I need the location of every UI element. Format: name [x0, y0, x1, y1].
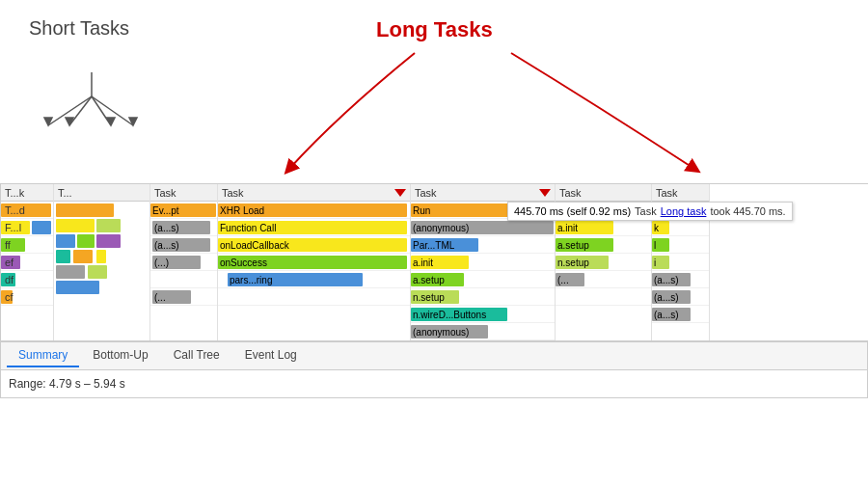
row5-2: Par...TML — [411, 236, 555, 254]
short-tasks-label: Short Tasks — [29, 17, 129, 40]
flame-mini — [56, 203, 114, 217]
as1-bar: (a...s) — [652, 273, 691, 286]
row4-5 — [218, 288, 410, 306]
flame-mini — [56, 250, 70, 263]
red-triangle-1 — [394, 189, 406, 197]
col-t: T... — [54, 184, 150, 340]
svg-line-2 — [69, 96, 92, 125]
row5-6: n.wireD...Buttons — [411, 306, 555, 323]
flame-mini — [96, 250, 106, 263]
xhr-load-bar: XHR Load — [218, 203, 407, 217]
row4-1: Function Call — [218, 219, 410, 236]
col3-label: Task — [154, 187, 176, 199]
profiler-panel: T...k T...d F...l ff — [0, 183, 868, 398]
l-bar: l — [652, 238, 669, 252]
row6-2: a.setup — [556, 236, 651, 254]
col1-row-2: ff — [1, 236, 53, 254]
flame-mini — [96, 234, 121, 248]
onload-bar: onLoadCallback — [218, 238, 407, 252]
row6-4: (... — [556, 271, 651, 288]
svg-marker-7 — [107, 118, 115, 125]
col5-label: Task — [415, 187, 437, 199]
flame-mini — [88, 265, 107, 279]
tooltip-time: 445.70 ms (self 0.92 ms) — [514, 205, 631, 217]
col5-header: Task — [411, 184, 555, 202]
col1-row-5: cf — [1, 288, 53, 306]
k-bar: k — [652, 221, 669, 234]
paren-bar: (... — [556, 273, 584, 286]
tab-call-tree[interactable]: Call Tree — [162, 344, 231, 367]
tooltip-took: took 445.70 ms. — [710, 205, 785, 217]
col1-row-0: T...d — [1, 202, 53, 219]
flame-bar: (a...s) — [152, 238, 210, 252]
col-task1: Task Ev...pt (a...s) (a...s) — [150, 184, 218, 340]
row7-4: (a...s) — [652, 271, 709, 288]
function-call-bar: Function Call — [218, 221, 407, 234]
flame-bar — [32, 221, 51, 234]
row5-1: (anonymous) — [411, 219, 555, 236]
nwired-bar: n.wireD...Buttons — [411, 308, 507, 321]
flame-mini — [77, 234, 95, 248]
row7-2: l — [652, 236, 709, 254]
long-tasks-label: Long Tasks — [376, 17, 493, 42]
row6-3: n.setup — [556, 254, 651, 271]
col4-header: Task — [218, 184, 410, 202]
row4-3: onSuccess — [218, 254, 410, 271]
anon-bar: (anonymous) — [411, 221, 554, 234]
col3-header: Task — [150, 184, 217, 202]
row3-2: (a...s) — [150, 236, 217, 254]
asetup2-bar: a.setup — [556, 238, 613, 252]
ainit2-bar: a.init — [556, 221, 613, 234]
tab-bottom-up[interactable]: Bottom-Up — [81, 344, 159, 367]
col7-header: Task — [652, 184, 709, 202]
row3-0: Ev...pt — [150, 202, 217, 219]
row5-7: (anonymous) — [411, 323, 555, 340]
col1-rows: T...d F...l ff ef df — [1, 202, 53, 306]
nsetup-bar: n.setup — [411, 290, 459, 304]
flame-mini — [56, 265, 85, 279]
col6-header: Task — [556, 184, 651, 202]
row5-4: a.setup — [411, 271, 555, 288]
onsuccess-bar: onSuccess — [218, 256, 407, 269]
row7-6: (a...s) — [652, 306, 709, 323]
tab-summary[interactable]: Summary — [7, 344, 79, 367]
col-task2: Task XHR Load Function Call onLoadCallba… — [218, 184, 411, 340]
flame-mini — [56, 234, 75, 248]
flame-mini — [56, 281, 99, 294]
svg-marker-6 — [66, 118, 73, 125]
row6-1: a.init — [556, 219, 651, 236]
tabs-bar: Summary Bottom-Up Call Tree Event Log — [1, 341, 867, 370]
col2-rows — [54, 202, 149, 306]
row4-0: XHR Load — [218, 202, 410, 219]
tooltip-banner: 445.70 ms (self 0.92 ms) Task Long task … — [507, 202, 793, 221]
anon2-bar: (anonymous) — [411, 325, 488, 339]
ainit-bar: a.init — [411, 256, 469, 269]
range-label: Range: 4.79 s – 5.94 s — [9, 377, 125, 391]
flame-bar: Ev...pt — [150, 203, 216, 217]
col6-label: Task — [559, 187, 582, 199]
col2-header: T... — [54, 184, 149, 202]
flame-mini — [73, 250, 93, 263]
row3-3: (...) — [150, 254, 217, 271]
i-bar: i — [652, 256, 669, 269]
col1-label: T...k — [5, 187, 24, 199]
col1-row-1: F...l — [1, 219, 53, 236]
row3-1: (a...s) — [150, 219, 217, 236]
tooltip-long-task-link[interactable]: Long task — [661, 205, 707, 217]
asetup-bar: a.setup — [411, 273, 464, 286]
flame-mini — [56, 219, 95, 232]
col2-label: T... — [58, 187, 72, 199]
row7-5: (a...s) — [652, 288, 709, 306]
row3-5: (... — [150, 288, 217, 306]
row7-1: k — [652, 219, 709, 236]
nsetup2-bar: n.setup — [556, 256, 609, 269]
row4-4: pars...ring — [218, 271, 410, 288]
range-bar: Range: 4.79 s – 5.94 s — [1, 370, 867, 397]
as3-bar: (a...s) — [652, 308, 691, 321]
tab-event-log[interactable]: Event Log — [233, 344, 309, 367]
col1-header: T...k — [1, 184, 53, 202]
timeline-area: T...k T...d F...l ff — [1, 184, 868, 341]
col1-row-4: df — [1, 271, 53, 288]
as2-bar: (a...s) — [652, 290, 691, 304]
partml-bar: Par...TML — [411, 238, 478, 252]
